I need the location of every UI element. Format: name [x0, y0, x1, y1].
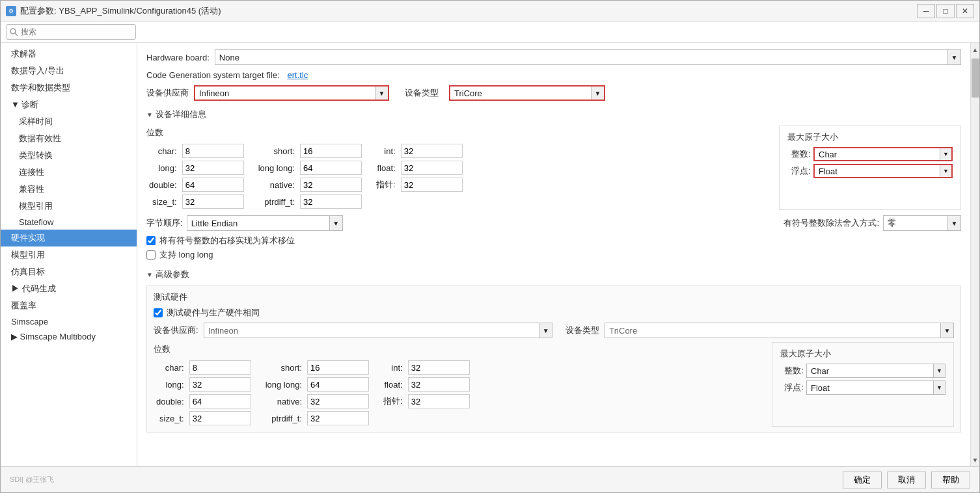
- code-gen-row: Code Generation system target file: ert.…: [146, 70, 961, 80]
- sidebar-item-connectivity[interactable]: 连接性: [1, 164, 137, 181]
- longlong-label: 支持 long long: [159, 249, 213, 261]
- hardware-board-dropdown[interactable]: None ▼: [215, 49, 961, 65]
- native-value-cell: [297, 176, 364, 193]
- sidebar-item-model-ref2[interactable]: 模型引用: [1, 246, 137, 263]
- hardware-board-arrow[interactable]: ▼: [947, 50, 960, 64]
- confirm-button[interactable]: 确定: [843, 472, 882, 488]
- longlong-value[interactable]: [300, 161, 362, 175]
- test-max-atom-int-row: 整数: Char ▼: [780, 364, 946, 378]
- float-value[interactable]: [401, 161, 463, 175]
- t-sizet-label: size_t:: [154, 410, 187, 427]
- test-type-label: 设备类型: [565, 325, 599, 336]
- max-atom-float-value: Float: [815, 166, 940, 177]
- t-sizet-value[interactable]: [189, 411, 251, 425]
- sidebar-item-simscape-multi[interactable]: ▶ Simscape Multibody: [1, 329, 137, 344]
- minimize-button[interactable]: ─: [917, 4, 935, 18]
- max-atom-int-arrow[interactable]: ▼: [940, 148, 951, 160]
- sidebar-item-stateflow[interactable]: Stateflow: [1, 215, 137, 230]
- search-input[interactable]: [6, 24, 136, 40]
- byte-order-arrow[interactable]: ▼: [329, 216, 342, 230]
- test-max-atom-int-select[interactable]: Char ▼: [806, 364, 946, 378]
- cancel-button[interactable]: 取消: [887, 472, 926, 488]
- test-max-atom-box: 最大原子大小 整数: Char ▼ 浮点: Float: [772, 342, 954, 427]
- t-int-value[interactable]: [408, 360, 470, 375]
- sidebar-item-type-convert[interactable]: 类型转换: [1, 147, 137, 164]
- sizet-value[interactable]: [182, 194, 244, 209]
- sidebar-item-sample-time[interactable]: 采样时间: [1, 113, 137, 130]
- sidebar-item-diagnostics[interactable]: ▼ 诊断: [1, 96, 137, 113]
- t-ptrdifft-value[interactable]: [307, 411, 369, 425]
- t-longlong-value[interactable]: [307, 377, 369, 392]
- test-type-value: TriCore: [605, 325, 940, 337]
- scroll-thumb[interactable]: [972, 59, 979, 98]
- short-value[interactable]: [300, 144, 362, 158]
- test-type-arrow[interactable]: ▼: [940, 323, 953, 338]
- test-hw-same-checkbox[interactable]: [154, 308, 163, 317]
- t-char-value[interactable]: [189, 360, 251, 375]
- sidebar-item-math-types[interactable]: 数学和数据类型: [1, 79, 137, 96]
- sidebar-item-model-ref[interactable]: 模型引用: [1, 198, 137, 215]
- code-gen-link[interactable]: ert.tlc: [288, 70, 308, 80]
- max-atom-float-arrow[interactable]: ▼: [940, 165, 951, 177]
- device-type-arrow[interactable]: ▼: [591, 87, 604, 100]
- t-float-value[interactable]: [408, 377, 470, 392]
- sidebar-item-codegen[interactable]: ▶ 代码生成: [1, 280, 137, 297]
- long-value-cell: [180, 159, 247, 176]
- hardware-board-row: Hardware board: None ▼: [146, 49, 961, 65]
- arithmetic-shift-checkbox[interactable]: [146, 236, 156, 245]
- maximize-button[interactable]: □: [936, 4, 955, 18]
- test-max-atom-float-arrow[interactable]: ▼: [933, 381, 945, 394]
- test-vendor-arrow[interactable]: ▼: [539, 323, 552, 338]
- device-type-dropdown[interactable]: TriCore ▼: [449, 85, 605, 101]
- pointer-value[interactable]: [401, 178, 463, 192]
- sidebar-item-hardware[interactable]: 硬件实现: [1, 230, 137, 246]
- t-short-value[interactable]: [307, 360, 369, 375]
- scroll-up-btn[interactable]: ▲: [972, 43, 979, 56]
- test-max-atom-int-arrow[interactable]: ▼: [933, 364, 945, 377]
- test-details-inner: 位数 char: short: int:: [154, 342, 954, 427]
- device-vendor-dropdown[interactable]: Infineon ▼: [194, 85, 389, 101]
- sidebar-item-simscape[interactable]: Simscape: [1, 314, 137, 329]
- max-atom-float-select[interactable]: Float ▼: [813, 164, 953, 178]
- main-area: 求解器 数据导入/导出 数学和数据类型 ▼ 诊断 采样时间 数据有效性 类型转换…: [1, 43, 979, 466]
- long-value[interactable]: [182, 161, 244, 175]
- scrollbar[interactable]: ▲ ▼: [970, 43, 979, 466]
- double-label: double:: [146, 176, 180, 193]
- t-native-value[interactable]: [307, 394, 369, 408]
- t-pointer-value[interactable]: [408, 394, 470, 408]
- device-details-inner: 位数 char: short: int:: [146, 126, 961, 210]
- t-double-value[interactable]: [189, 394, 251, 408]
- ptrdifft-value[interactable]: [300, 194, 362, 209]
- hardware-board-label: Hardware board:: [146, 53, 210, 62]
- double-value[interactable]: [182, 178, 244, 192]
- byte-order-label: 字节顺序:: [146, 217, 183, 229]
- test-type-dropdown[interactable]: TriCore ▼: [605, 323, 954, 338]
- sidebar-item-coverage[interactable]: 覆盖率: [1, 297, 137, 314]
- test-vendor-dropdown[interactable]: Infineon ▼: [204, 323, 553, 338]
- sidebar-item-data-import[interactable]: 数据导入/导出: [1, 62, 137, 79]
- max-atom-header: 最大原子大小: [787, 131, 953, 143]
- test-max-atom-int-value: Char: [807, 366, 933, 377]
- code-gen-label: Code Generation system target file:: [146, 70, 280, 80]
- char-value[interactable]: [182, 144, 244, 158]
- close-button[interactable]: ✕: [956, 4, 974, 18]
- sidebar-item-compat[interactable]: 兼容性: [1, 181, 137, 198]
- double-value-cell: [180, 176, 247, 193]
- scroll-down-btn[interactable]: ▼: [972, 453, 979, 466]
- byte-order-dropdown[interactable]: Little Endian ▼: [187, 215, 343, 231]
- sizet-value-cell: [180, 193, 247, 210]
- t-long-value[interactable]: [189, 377, 251, 392]
- int-value-cell: [398, 142, 465, 159]
- sidebar-item-data-validity[interactable]: 数据有效性: [1, 130, 137, 147]
- sidebar-item-solver[interactable]: 求解器: [1, 46, 137, 62]
- max-atom-int-select[interactable]: Char ▼: [813, 147, 953, 161]
- device-vendor-arrow[interactable]: ▼: [375, 87, 388, 100]
- signed-div-dropdown[interactable]: 零 ▼: [883, 215, 961, 231]
- sidebar-item-sim-target[interactable]: 仿真目标: [1, 263, 137, 280]
- native-value[interactable]: [300, 178, 362, 192]
- test-max-atom-float-select[interactable]: Float ▼: [806, 380, 946, 395]
- int-value[interactable]: [401, 144, 463, 158]
- help-button[interactable]: 帮助: [931, 472, 970, 488]
- signed-div-arrow[interactable]: ▼: [947, 216, 960, 230]
- longlong-checkbox[interactable]: [146, 250, 156, 260]
